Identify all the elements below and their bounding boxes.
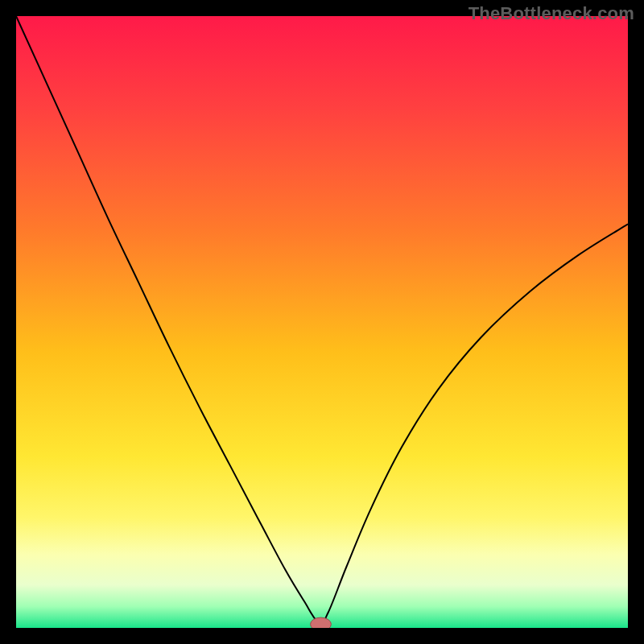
bottleneck-chart [16, 16, 628, 628]
watermark-text: TheBottleneck.com [469, 3, 634, 24]
gradient-background [16, 16, 628, 628]
chart-frame: TheBottleneck.com [0, 0, 644, 644]
optimum-marker [311, 617, 332, 628]
plot-area [16, 16, 628, 628]
